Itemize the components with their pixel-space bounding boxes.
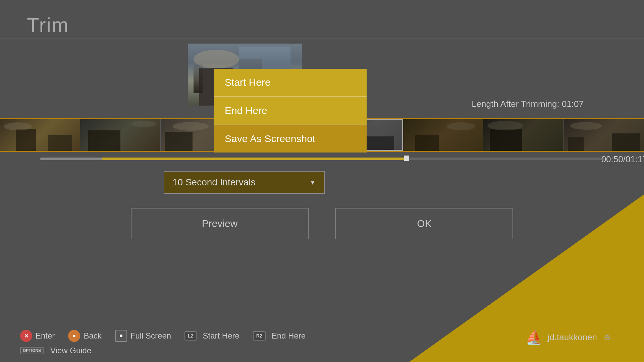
x-button-icon: ✕ [20,330,32,342]
chevron-down-icon: ▼ [309,179,316,186]
progress-filled [102,158,407,160]
start-here-hint-label: Start Here [203,331,239,341]
user-area: ⛵ jd.taukkonen ⊕ [526,329,610,345]
l2-button-icon: L2 [184,331,197,341]
square-button-icon: ■ [115,330,127,342]
progress-time-display: 00:50/01:17 [601,154,644,165]
r2-button-icon: R2 [253,331,266,341]
timeline-frame-0[interactable] [0,119,80,151]
fullscreen-hint-label: Full Screen [130,331,171,341]
end-here-menu-item[interactable]: End Here [214,96,367,124]
start-here-menu-item[interactable]: Start Here [214,69,367,96]
view-guide-hint-label: View Guide [50,346,91,355]
user-plus-icon: ⊕ [604,333,610,342]
progress-left-section [40,158,102,160]
options-button-icon: OPTIONS [20,347,44,354]
enter-hint-label: Enter [36,331,55,341]
back-hint-label: Back [84,331,101,341]
circle-button-icon: ● [68,330,80,342]
context-menu: Start Here End Here Save As Screenshot [214,69,367,153]
user-avatar-icon: ⛵ [526,329,542,345]
timeline-frame-1[interactable] [80,119,160,151]
controller-hints-row2: OPTIONS View Guide [20,346,105,355]
hint-fullscreen: ■ Full Screen [115,330,171,342]
timeline-frame-5[interactable] [403,119,483,151]
hint-back: ● Back [68,330,101,342]
controller-hints-row1: ✕ Enter ● Back ■ Full Screen L2 Start He… [20,330,319,342]
progress-bar-container[interactable]: 00:50/01:17 [40,157,604,161]
hint-enter: ✕ Enter [20,330,55,342]
preview-button[interactable]: Preview [131,208,309,239]
timeline-frame-7[interactable] [564,119,644,151]
interval-selected-value: 10 Second Intervals [172,177,256,188]
username-label: jd.taukkonen [548,332,597,343]
page-title: Trim [27,13,69,37]
trim-length-label: Length After Trimming: 01:07 [472,99,584,109]
ok-button[interactable]: OK [335,208,513,239]
interval-dropdown-container[interactable]: 10 Second Intervals ▼ [164,171,325,194]
progress-handle[interactable] [404,156,409,161]
interval-select[interactable]: 10 Second Intervals ▼ [164,171,325,194]
save-screenshot-menu-item[interactable]: Save As Screenshot [214,124,367,153]
timeline-frame-6[interactable] [483,119,564,151]
end-here-hint-label: End Here [272,331,306,341]
hint-end-here: R2 End Here [253,331,306,341]
hint-view-guide: OPTIONS View Guide [20,346,91,355]
action-buttons: Preview OK [131,208,513,239]
hint-start-here: L2 Start Here [184,331,239,341]
page-divider [0,39,644,39]
